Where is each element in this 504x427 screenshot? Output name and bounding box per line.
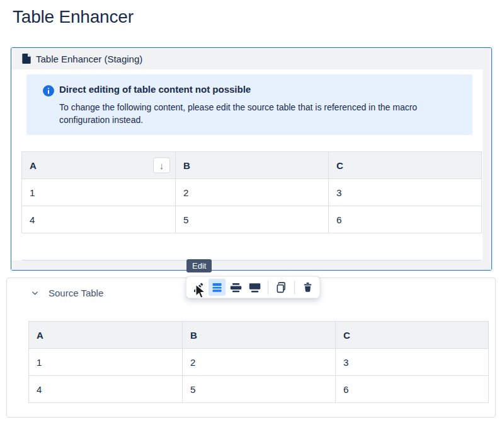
info-banner-body: To change the following content, please …	[59, 101, 445, 126]
toolbar-divider	[294, 281, 295, 294]
table-row: 1 2 3	[22, 179, 482, 206]
mouse-cursor	[193, 284, 207, 301]
table-header-cell: B	[183, 322, 336, 349]
vertical-scrollbar[interactable]	[483, 69, 491, 260]
macro-preview-table: A ↓ B C 1 2 3 4 5 6	[21, 151, 482, 233]
copy-icon	[275, 281, 288, 294]
layout-full-width-button[interactable]	[246, 279, 263, 296]
table-cell: 4	[29, 376, 183, 403]
table-cell: 5	[176, 206, 329, 233]
table-cell: 5	[183, 376, 336, 403]
table-row: 4 5 6	[29, 376, 489, 403]
macro-panel[interactable]: Table Enhancer (Staging) Direct editing …	[11, 47, 492, 271]
source-table-panel: Source Table A B C 1 2 3 4 5 6	[6, 278, 496, 418]
source-table-label: Source Table	[49, 288, 103, 298]
info-banner: Direct editing of table content not poss…	[26, 74, 472, 135]
layout-wide-button[interactable]	[227, 279, 244, 296]
trash-icon	[302, 281, 314, 293]
horizontal-scrollbar[interactable]	[11, 260, 491, 270]
table-header-cell: B	[176, 152, 329, 179]
table-cell: 1	[22, 179, 176, 206]
sort-column-button[interactable]: ↓	[153, 158, 170, 173]
info-icon	[43, 85, 54, 97]
macro-panel-header: Table Enhancer (Staging)	[11, 48, 491, 69]
table-row: 1 2 3	[29, 349, 489, 376]
layout-default-button[interactable]	[209, 279, 226, 296]
layout-wide-icon	[229, 281, 243, 294]
chevron-down-icon	[31, 289, 39, 297]
copy-button[interactable]	[273, 279, 290, 296]
table-cell: 2	[176, 179, 329, 206]
table-header-cell: A	[29, 322, 183, 349]
table-header-cell: A ↓	[22, 152, 176, 179]
table-cell: 2	[183, 349, 336, 376]
table-cell: 4	[22, 206, 176, 233]
layout-default-icon	[210, 281, 224, 294]
table-cell: 1	[29, 349, 183, 376]
arrow-down-icon: ↓	[159, 160, 164, 171]
table-cell: 6	[336, 376, 489, 403]
page-title: Table Enhancer	[13, 7, 134, 27]
table-row: 4 5 6	[22, 206, 482, 233]
table-cell: 3	[329, 179, 482, 206]
document-icon	[22, 54, 31, 64]
delete-button[interactable]	[299, 279, 316, 296]
table-cell: 3	[336, 349, 489, 376]
layout-full-width-icon	[248, 281, 261, 294]
table-header-cell: C	[329, 152, 482, 179]
toolbar-divider	[268, 281, 268, 294]
table-header-cell: C	[336, 322, 489, 349]
tooltip: Edit	[186, 259, 212, 272]
info-banner-heading: Direct editing of table content not poss…	[59, 84, 251, 95]
source-table: A B C 1 2 3 4 5 6	[28, 321, 489, 403]
table-cell: 6	[329, 206, 482, 233]
macro-panel-title: Table Enhancer (Staging)	[36, 54, 142, 64]
